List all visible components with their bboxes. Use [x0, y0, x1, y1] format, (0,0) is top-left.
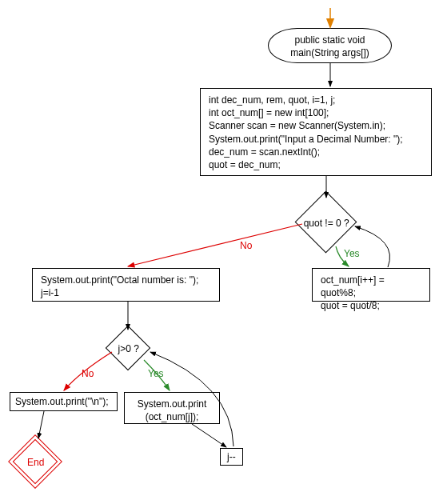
loop1-l2: quot = quot/8;	[321, 299, 421, 312]
cond2-text: j>0 ?	[114, 343, 143, 354]
print-header-l1: System.out.print("Octal number is: ");	[41, 274, 211, 286]
start-node: public static void main(String args[])	[268, 28, 392, 63]
print-header-node: System.out.print("Octal number is: "); j…	[32, 268, 220, 302]
cond1-no-label: No	[240, 240, 252, 251]
print-header-l2: j=i-1	[41, 286, 211, 299]
cond2-yes-label: Yes	[148, 368, 164, 379]
init-l5: dec_num = scan.nextInt();	[209, 146, 423, 158]
start-line1: public static void	[294, 34, 365, 46]
arrows-layer	[0, 0, 439, 504]
print-digit-node: System.out.print (oct_num[j]);	[124, 392, 220, 424]
init-node: int dec_num, rem, quot, i=1, j; int oct_…	[200, 88, 432, 176]
init-l2: int oct_num[] = new int[100];	[209, 106, 423, 119]
print-digit-l2: (oct_num[j]);	[133, 410, 211, 423]
cond1-diamond: quot != 0 ?	[295, 191, 357, 254]
init-l4: System.out.print("Input a Decimal Number…	[209, 133, 423, 146]
init-l3: Scanner scan = new Scanner(System.in);	[209, 119, 423, 132]
print-digit-l1: System.out.print	[133, 398, 211, 410]
loop1-l1: oct_num[i++] = quot%8;	[321, 274, 421, 299]
init-l1: int dec_num, rem, quot, i=1, j;	[209, 94, 423, 106]
cond2-no-label: No	[82, 368, 94, 379]
init-l6: quot = dec_num;	[209, 158, 423, 171]
print-nl-node: System.out.print("\n");	[10, 392, 118, 411]
end-text: End	[20, 457, 52, 468]
flowchart-canvas: public static void main(String args[]) i…	[0, 0, 439, 504]
print-nl-text: System.out.print("\n");	[15, 396, 109, 407]
cond1-yes-label: Yes	[344, 248, 360, 259]
cond1-text: quot != 0 ?	[297, 218, 355, 229]
cond2-diamond: j>0 ?	[106, 326, 151, 371]
end-inner: End	[13, 439, 58, 485]
svg-line-4	[38, 411, 44, 438]
loop1-node: oct_num[i++] = quot%8; quot = quot/8;	[312, 268, 430, 302]
start-line2: main(String args[])	[290, 47, 369, 58]
decr-text: j--	[227, 451, 236, 462]
decr-node: j--	[220, 448, 243, 466]
